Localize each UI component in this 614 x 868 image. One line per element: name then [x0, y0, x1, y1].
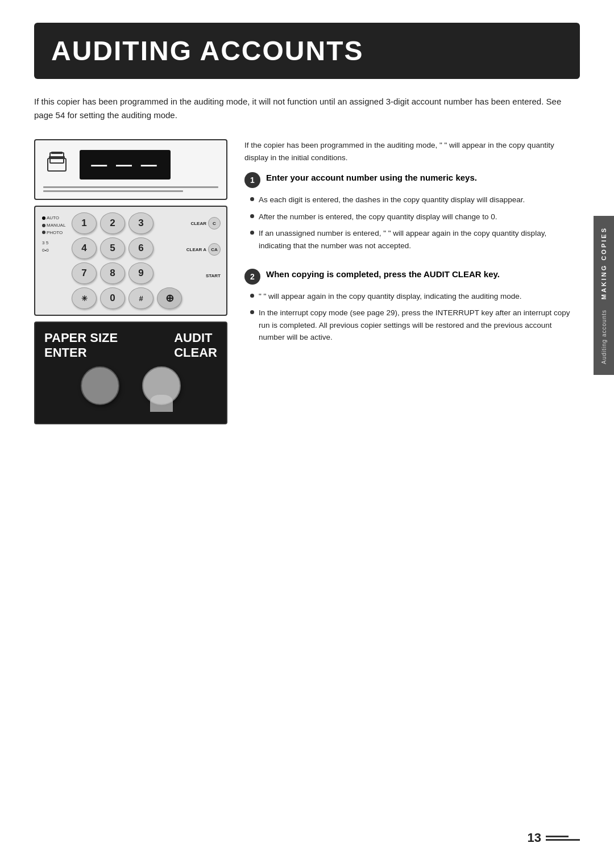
step-2-bullets: " " will appear again in the copy quanti…: [244, 290, 580, 344]
audit-panel: PAPER SIZE ENTER AUDIT CLEAR: [34, 322, 227, 424]
keypad-right-labels: CLEAR C CLEAR A CA START: [186, 212, 221, 286]
step-1-block: 1 Enter your account number using the nu…: [244, 172, 580, 252]
key-asterisk[interactable]: ✳: [72, 287, 97, 309]
page-line-bottom: [546, 839, 580, 841]
key-9[interactable]: 9: [128, 262, 154, 284]
audit-enter-btn[interactable]: [81, 366, 119, 405]
bullet-dot-5: [250, 310, 254, 314]
step-2-number: 2: [244, 269, 260, 285]
right-column: If the copier has been programmed in the…: [244, 139, 580, 424]
display-inner: — — —: [43, 148, 218, 181]
audit-title-row: PAPER SIZE ENTER AUDIT CLEAR: [44, 331, 217, 361]
copier-display-panel: — — —: [34, 139, 227, 200]
side-tab-main-label: MAKING COPIES: [600, 227, 607, 299]
side-tab: MAKING COPIES Auditing accounts: [594, 216, 614, 375]
step-1-bullet-1: As each digit is entered, the dashes in …: [250, 194, 580, 206]
start-label: START: [186, 265, 221, 286]
display-dashes: — — —: [91, 156, 159, 174]
bullet-dot-3: [250, 231, 254, 235]
audit-label-audit: AUDIT: [174, 331, 217, 345]
step-1-title: Enter your account number using the nume…: [266, 172, 477, 183]
step-2-block: 2 When copying is completed, press the A…: [244, 268, 580, 344]
step-2-title: When copying is completed, press the AUD…: [266, 268, 500, 280]
audit-clear-btn[interactable]: [142, 366, 181, 412]
key-3[interactable]: 3: [128, 212, 154, 234]
display-lines: [43, 186, 218, 192]
key-6[interactable]: 6: [128, 237, 154, 259]
finger-shape: [150, 395, 173, 412]
bullet-dot-1: [250, 197, 254, 201]
clear-all-label: CLEAR A CA: [186, 239, 221, 260]
step-1-bullet-3: If an unassigned number is entered, " " …: [250, 227, 580, 252]
key-2[interactable]: 2: [100, 212, 125, 234]
left-column: — — — AUTO MANUAL PHOTO 3 50•0: [34, 139, 227, 424]
keypad-panel: AUTO MANUAL PHOTO 3 50•0 1 2 3 4 5 6 7 8: [34, 206, 227, 316]
copier-note: If the copier has been programmed in the…: [244, 139, 580, 164]
step-1-bullets: As each digit is entered, the dashes in …: [244, 194, 580, 252]
intro-text: If this copier has been programmed in th…: [34, 95, 580, 122]
title-bar: AUDITING ACCOUNTS: [34, 23, 580, 79]
step-2-bullet-1: " " will appear again in the copy quanti…: [250, 290, 580, 303]
mode-auto: AUTO: [42, 215, 65, 222]
key-4[interactable]: 4: [72, 237, 97, 259]
mode-photo: PHOTO: [42, 229, 65, 237]
audit-label-enter: ENTER: [44, 345, 118, 360]
display-screen: — — —: [80, 150, 171, 180]
copy-icon: [43, 148, 70, 181]
step-2-header: 2 When copying is completed, press the A…: [244, 268, 580, 285]
page-number-block: 13: [528, 831, 580, 845]
key-hash[interactable]: #: [128, 287, 154, 309]
keypad-bottom-row: ✳ 0 # ⊕: [72, 287, 219, 309]
step-2-bullet-2: In the interrupt copy mode (see page 29)…: [250, 307, 580, 344]
audit-title-left: PAPER SIZE ENTER: [44, 331, 118, 361]
key-7[interactable]: 7: [72, 262, 97, 284]
mode-labels: AUTO MANUAL PHOTO 3 50•0: [42, 215, 65, 254]
key-start[interactable]: ⊕: [157, 287, 182, 309]
step-1-bullet-1-text: As each digit is entered, the dashes in …: [259, 194, 525, 206]
audit-title-right: AUDIT CLEAR: [174, 331, 217, 361]
svg-rect-3: [51, 152, 63, 154]
step-1-number: 1: [244, 172, 260, 188]
clear-btn[interactable]: C: [208, 217, 221, 229]
small-numbers-label: 3 50•0: [42, 240, 65, 254]
key-8[interactable]: 8: [100, 262, 125, 284]
side-tab-sub-label: Auditing accounts: [601, 310, 607, 364]
step-1-header: 1 Enter your account number using the nu…: [244, 172, 580, 188]
step-1-bullet-2: After the number is entered, the copy qu…: [250, 211, 580, 223]
audit-label-paper-size: PAPER SIZE: [44, 331, 118, 345]
audit-buttons-row: [44, 366, 217, 412]
clear-label: CLEAR C: [186, 212, 221, 234]
step-2-bullet-2-text: In the interrupt copy mode (see page 29)…: [259, 307, 580, 344]
main-content: — — — AUTO MANUAL PHOTO 3 50•0: [34, 139, 580, 424]
key-1[interactable]: 1: [72, 212, 97, 234]
page-line-top: [546, 836, 569, 837]
step-1-bullet-2-text: After the number is entered, the copy qu…: [259, 211, 497, 223]
display-line-2: [43, 190, 183, 192]
page-number-text: 13: [528, 831, 541, 845]
bullet-dot-4: [250, 294, 254, 298]
mode-manual: MANUAL: [42, 222, 65, 229]
audit-label-clear: CLEAR: [174, 345, 217, 360]
key-0[interactable]: 0: [100, 287, 125, 309]
key-5[interactable]: 5: [100, 237, 125, 259]
step-1-bullet-3-text: If an unassigned number is entered, " " …: [259, 227, 580, 252]
display-line-1: [43, 186, 218, 188]
page-title: AUDITING ACCOUNTS: [51, 35, 563, 66]
page-number-lines: [546, 836, 580, 841]
clear-all-btn[interactable]: CA: [208, 243, 221, 256]
step-2-bullet-1-text: " " will appear again in the copy quanti…: [259, 290, 522, 303]
bullet-dot-2: [250, 214, 254, 218]
